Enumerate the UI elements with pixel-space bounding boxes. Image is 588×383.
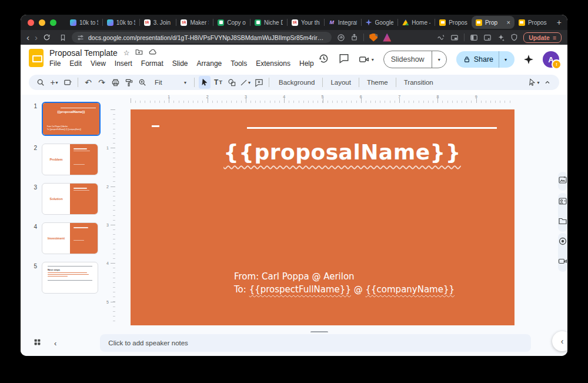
scribble-icon[interactable]: [437, 34, 445, 42]
browser-tab[interactable]: 10k to $1 ×: [103, 16, 139, 29]
theme-button[interactable]: Theme: [362, 79, 393, 86]
menu-item-arrange[interactable]: Arrange: [197, 59, 222, 68]
menu-item-file[interactable]: File: [49, 59, 61, 68]
slide-canvas[interactable]: {{proposalName}} From: Carl Poppa @ Aeri…: [131, 109, 514, 325]
slideshow-button[interactable]: Slideshow ▾: [383, 51, 447, 68]
slide-thumbnail-5[interactable]: Next steps: [42, 262, 98, 294]
new-tab-button[interactable]: +: [551, 18, 567, 27]
open-side-panel-button[interactable]: ‹: [552, 331, 567, 351]
menu-item-view[interactable]: View: [91, 59, 106, 68]
chevron-down-icon[interactable]: ▾: [372, 57, 374, 62]
chrome-update-button[interactable]: Update ≡: [523, 32, 562, 43]
gemini-sparkle-icon[interactable]: [524, 55, 533, 64]
offline-status-icon[interactable]: [337, 34, 345, 42]
reading-list-icon[interactable]: [483, 34, 492, 42]
cloud-status-icon[interactable]: [149, 48, 157, 58]
focus-record-icon[interactable]: [558, 237, 567, 248]
browser-tab[interactable]: sk 3. Join 3 ×: [140, 16, 176, 29]
paint-format-icon[interactable]: [123, 76, 135, 89]
zoom-window-button[interactable]: [50, 19, 56, 26]
slide-body-text[interactable]: From: Carl Poppa @ Aerilon To: {{prospec…: [234, 271, 455, 296]
slideshow-dropdown[interactable]: ▾: [432, 51, 446, 68]
reload-button[interactable]: [43, 34, 51, 41]
url-text[interactable]: docs.google.com/presentation/d/1gT-H8iVP…: [88, 34, 326, 41]
templates-icon[interactable]: [62, 76, 74, 89]
address-bar[interactable]: docs.google.com/presentation/d/1gT-H8iVP…: [72, 32, 332, 43]
back-button[interactable]: ‹: [26, 33, 29, 42]
text-box-icon[interactable]: TT: [212, 76, 224, 89]
transition-button[interactable]: Transition: [399, 79, 439, 86]
star-icon[interactable]: ☆: [123, 49, 130, 57]
slide-thumbnail-3[interactable]: Solution: [42, 183, 98, 215]
shape-icon[interactable]: [226, 76, 238, 89]
photo-library-icon[interactable]: [558, 197, 567, 208]
side-panel-icon[interactable]: [470, 34, 478, 42]
speaker-notes-input[interactable]: Click to add speaker notes: [100, 334, 531, 352]
browser-tab[interactable]: Copy of ×: [213, 16, 250, 29]
select-tool-icon[interactable]: [199, 76, 211, 89]
background-button[interactable]: Background: [273, 79, 320, 86]
meet-camera-icon[interactable]: ▾: [359, 54, 374, 65]
menu-item-extensions[interactable]: Extensions: [256, 59, 290, 68]
menu-item-slide[interactable]: Slide: [172, 59, 188, 68]
print-icon[interactable]: [109, 76, 121, 89]
picture-in-picture-icon[interactable]: [450, 34, 459, 42]
account-avatar[interactable]: A !: [543, 51, 559, 68]
image-sparkle-icon[interactable]: [558, 175, 567, 187]
browser-tab[interactable]: 10k to $1 ×: [66, 16, 102, 29]
tab-close-icon[interactable]: ×: [506, 19, 510, 26]
bookmark-icon[interactable]: [59, 34, 66, 41]
redo-icon[interactable]: ↷: [96, 76, 108, 89]
menu-item-help[interactable]: Help: [299, 59, 314, 68]
grid-view-icon[interactable]: [34, 338, 41, 348]
pen-tool-icon[interactable]: ▾: [528, 76, 540, 89]
close-window-button[interactable]: [28, 19, 34, 26]
extension-shield-icon[interactable]: [369, 34, 377, 42]
comment-history-icon[interactable]: [339, 53, 349, 66]
minimize-window-button[interactable]: [39, 19, 45, 26]
folder-icon[interactable]: [558, 217, 567, 228]
undo-icon[interactable]: ↶: [82, 76, 94, 89]
new-slide-button[interactable]: +▾: [48, 76, 60, 89]
menu-item-insert[interactable]: Insert: [115, 59, 132, 68]
menu-item-edit[interactable]: Edit: [69, 59, 82, 68]
browser-tab[interactable]: sk Maker Sc ×: [176, 16, 213, 29]
browser-tab[interactable]: M Integratio ×: [325, 16, 361, 29]
menu-item-tools[interactable]: Tools: [230, 59, 247, 68]
forward-button[interactable]: ›: [35, 33, 38, 42]
browser-tab[interactable]: Proposal ×: [435, 16, 472, 29]
browser-tab[interactable]: sk Your thin ×: [288, 16, 324, 29]
browser-tab[interactable]: Niche Di ×: [250, 16, 287, 29]
menu-item-format[interactable]: Format: [141, 59, 163, 68]
slides-logo[interactable]: [29, 49, 44, 67]
share-dropdown[interactable]: ▾: [499, 51, 512, 68]
slide-thumbnail-2[interactable]: Problem: [42, 144, 98, 175]
layout-button[interactable]: Layout: [325, 79, 356, 86]
video-camera-icon[interactable]: [558, 257, 567, 268]
move-folder-icon[interactable]: [135, 48, 143, 58]
rail-group-top: [558, 172, 567, 191]
slide-thumbnail-1[interactable]: {{proposalName}} From: Carl Poppa @ Aeri…: [42, 102, 101, 136]
privacy-shield-icon[interactable]: [510, 34, 518, 41]
share-button[interactable]: Share ▾: [456, 51, 514, 68]
browser-tab[interactable]: Google C ×: [362, 16, 398, 29]
slide-title-text[interactable]: {{proposalName}}: [219, 140, 466, 164]
extension-a-icon[interactable]: 3: [383, 34, 391, 42]
insert-comment-icon[interactable]: [253, 76, 265, 89]
sparkle-cursor-icon[interactable]: [497, 34, 505, 42]
slide-thumbnail-4[interactable]: Investment: [42, 222, 98, 254]
collapse-filmstrip-icon[interactable]: ‹: [54, 339, 56, 348]
browser-tab[interactable]: Prop ×: [472, 16, 514, 29]
search-menus-icon[interactable]: [35, 76, 46, 89]
tab-favicon: [107, 19, 113, 26]
document-title[interactable]: Proposal Template: [49, 48, 118, 58]
collapse-toolbar-icon[interactable]: [542, 76, 553, 89]
zoom-icon[interactable]: [136, 76, 148, 89]
browser-tab[interactable]: Home - G ×: [398, 16, 435, 29]
browser-tab[interactable]: Proposal ×: [514, 16, 551, 29]
line-tool-icon[interactable]: ▾: [239, 76, 251, 89]
site-settings-icon[interactable]: [77, 34, 84, 41]
zoom-select[interactable]: Fit▾: [150, 76, 190, 89]
version-history-icon[interactable]: [318, 53, 329, 66]
share-page-icon[interactable]: [350, 34, 358, 41]
